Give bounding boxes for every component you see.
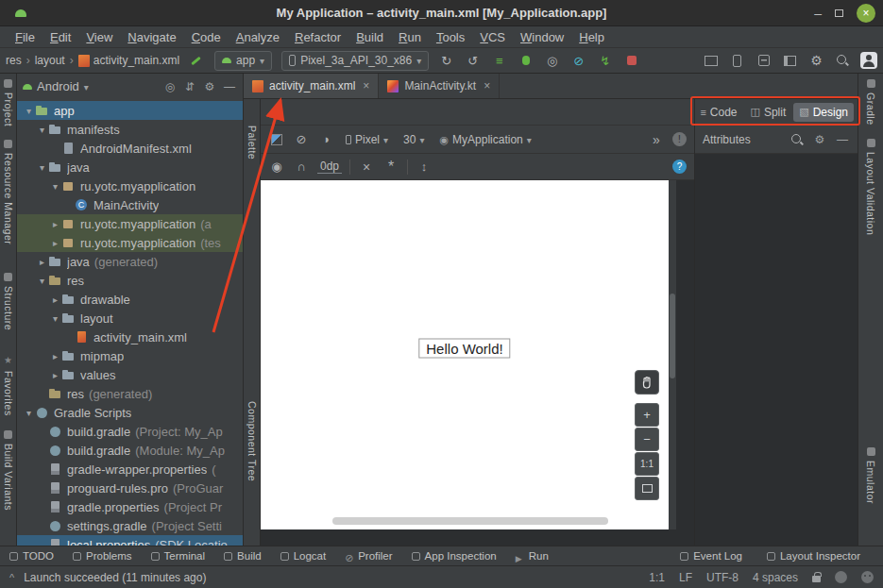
tree-item-build-gradle[interactable]: build.gradle(Module: My_Ap: [17, 441, 243, 460]
expand-arrow-icon[interactable]: [49, 181, 61, 192]
tree-item-app[interactable]: app: [17, 101, 243, 120]
locate-file-icon[interactable]: ◎: [162, 80, 178, 93]
tree-item-proguard-rules-pro[interactable]: proguard-rules.pro(ProGuar: [17, 479, 243, 497]
breadcrumb-layout[interactable]: layout: [35, 54, 65, 67]
palette-tab[interactable]: Palette: [246, 126, 257, 160]
mode-design-button[interactable]: Design: [793, 103, 854, 122]
expand-arrow-icon[interactable]: [49, 370, 61, 380]
gear-icon[interactable]: ⚙: [812, 133, 827, 146]
blueprint-icon[interactable]: [293, 131, 310, 148]
device-selector[interactable]: Pixel_3a_API_30_x86: [281, 51, 429, 71]
tool-window-button-build-variants[interactable]: Build Variants: [3, 430, 13, 511]
tree-item-java[interactable]: java: [17, 158, 243, 176]
menu-item-analyze[interactable]: Analyze: [229, 30, 287, 44]
layout-inspector-icon[interactable]: [782, 53, 798, 69]
profiler-icon[interactable]: [570, 53, 586, 69]
horizontal-scrollbar[interactable]: [332, 517, 608, 525]
device-canvas[interactable]: Hello World!: [261, 180, 669, 529]
tree-item-ru-yotc-myapplication[interactable]: ru.yotc.myapplication(tes: [17, 233, 243, 252]
api-level-dropdown[interactable]: 30: [399, 133, 428, 146]
orientation-icon[interactable]: [317, 131, 334, 148]
toolwindow-logcat[interactable]: Logcat: [280, 550, 327, 562]
collapse-all-icon[interactable]: ⇵: [182, 80, 197, 93]
theme-dropdown[interactable]: MyApplication: [435, 133, 535, 146]
menu-item-build[interactable]: Build: [348, 30, 391, 44]
tool-window-button-project[interactable]: Project: [3, 79, 13, 126]
toolwindow-app-inspection[interactable]: App Inspection: [412, 550, 497, 562]
toolwindow-problems[interactable]: Problems: [73, 550, 132, 562]
tool-window-button-structure[interactable]: Structure: [3, 273, 13, 330]
maximize-icon[interactable]: [835, 9, 843, 17]
menu-item-file[interactable]: File: [8, 30, 42, 44]
indent-setting[interactable]: 4 spaces: [753, 571, 798, 584]
menu-item-view[interactable]: View: [78, 30, 120, 44]
feedback-smiley-icon[interactable]: [861, 571, 874, 583]
issue-indicator-icon[interactable]: [672, 132, 687, 146]
sdk-manager-icon[interactable]: [756, 53, 772, 69]
tree-item-ru-yotc-myapplication[interactable]: ru.yotc.myapplication(a: [17, 214, 243, 233]
toolwindow-run[interactable]: Run: [516, 550, 549, 562]
expand-arrow-icon[interactable]: [23, 106, 35, 116]
autoconnect-magnet-icon[interactable]: [293, 159, 310, 176]
tree-item-drawable[interactable]: drawable: [17, 290, 243, 309]
tree-item-java[interactable]: java(generated): [17, 252, 243, 271]
sync-project-icon[interactable]: [438, 53, 454, 69]
expand-arrow-icon[interactable]: [23, 408, 35, 418]
apply-changes-icon[interactable]: [597, 53, 613, 69]
zoom-to-fit-button[interactable]: [635, 477, 659, 500]
mode-code-button[interactable]: Code: [694, 103, 742, 122]
zoom-in-button[interactable]: [635, 403, 659, 427]
stop-icon[interactable]: [623, 53, 639, 69]
tree-item-build-gradle[interactable]: build.gradle(Project: My_Ap: [17, 422, 243, 441]
close-icon[interactable]: [484, 79, 490, 92]
toolwindow-layout-inspector[interactable]: Layout Inspector: [767, 550, 860, 562]
expand-arrow-icon[interactable]: [49, 238, 61, 248]
emulator-icon[interactable]: [729, 53, 745, 69]
menu-item-window[interactable]: Window: [513, 30, 571, 44]
tree-item-values[interactable]: values: [17, 365, 243, 384]
chevron-up-icon[interactable]: [9, 572, 14, 583]
menu-item-vcs[interactable]: VCS: [472, 30, 513, 44]
pan-hand-button[interactable]: [635, 370, 659, 395]
caret-position[interactable]: 1:1: [649, 571, 665, 584]
tree-item-mipmap[interactable]: mipmap: [17, 346, 243, 365]
expand-arrow-icon[interactable]: [36, 276, 48, 286]
expand-arrow-icon[interactable]: [49, 219, 61, 229]
close-icon[interactable]: [363, 79, 369, 92]
tree-item-androidmanifest-xml[interactable]: AndroidManifest.xml: [17, 139, 243, 158]
line-ending[interactable]: LF: [679, 571, 692, 584]
device-dropdown[interactable]: Pixel: [342, 133, 392, 146]
coverage-icon[interactable]: [544, 53, 560, 69]
menu-item-code[interactable]: Code: [184, 30, 229, 44]
tab-activity-main-xml[interactable]: activity_main.xml: [244, 74, 379, 98]
lock-icon[interactable]: [812, 576, 821, 582]
tree-item-mainactivity[interactable]: MainActivity: [17, 195, 243, 214]
toolwindow-event-log[interactable]: Event Log: [680, 550, 742, 562]
expand-arrow-icon[interactable]: [36, 125, 48, 135]
hello-world-textview[interactable]: Hello World!: [418, 338, 510, 358]
debug-icon[interactable]: [518, 53, 534, 69]
menu-item-refactor[interactable]: Refactor: [287, 30, 348, 44]
expand-arrow-icon[interactable]: [49, 294, 61, 305]
clear-constraints-icon[interactable]: [358, 159, 375, 176]
menu-item-tools[interactable]: Tools: [429, 30, 472, 44]
breadcrumb-activity-main-xml[interactable]: activity_main.xml: [78, 54, 179, 67]
tree-item-gradle-properties[interactable]: gradle.properties(Project Pr: [17, 497, 243, 516]
toolwindow-terminal[interactable]: Terminal: [151, 550, 205, 562]
breadcrumb-res[interactable]: res: [6, 54, 22, 67]
settings-icon[interactable]: [808, 53, 824, 69]
expand-arrow-icon[interactable]: [49, 351, 61, 361]
device-manager-icon[interactable]: [703, 53, 719, 69]
file-encoding[interactable]: UTF-8: [706, 571, 739, 584]
tree-item-gradle-scripts[interactable]: Gradle Scripts: [17, 403, 243, 422]
tree-item-res[interactable]: res: [17, 271, 243, 290]
close-icon[interactable]: [857, 4, 875, 23]
menu-item-navigate[interactable]: Navigate: [120, 30, 183, 44]
gear-icon[interactable]: ⚙: [202, 80, 217, 93]
avatar[interactable]: [860, 52, 877, 69]
hide-panel-icon[interactable]: —: [222, 80, 237, 93]
minimize-icon[interactable]: [814, 6, 822, 21]
run-tests-icon[interactable]: [491, 53, 507, 69]
project-view-selector[interactable]: Android: [37, 79, 79, 93]
zoom-out-button[interactable]: [635, 428, 659, 451]
